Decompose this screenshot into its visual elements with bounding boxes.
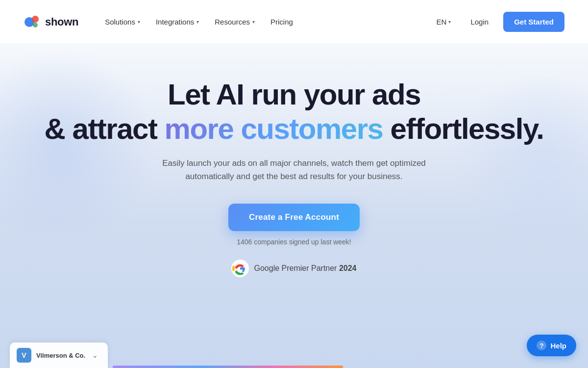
nav-integrations[interactable]: Integrations ▾ xyxy=(149,14,206,30)
help-label: Help xyxy=(550,342,566,350)
help-button[interactable]: ? Help xyxy=(527,335,576,356)
company-name: Vilmerson & Co. xyxy=(36,352,85,359)
nav-pricing-label: Pricing xyxy=(270,18,293,26)
avatar: V xyxy=(17,348,31,363)
chevron-down-icon: ▾ xyxy=(138,19,140,25)
login-button[interactable]: Login xyxy=(464,14,495,30)
company-card[interactable]: V Vilmerson & Co. ⌄ xyxy=(10,342,108,368)
logo[interactable]: shown xyxy=(24,13,78,31)
nav-resources[interactable]: Resources ▾ xyxy=(208,14,262,30)
help-icon: ? xyxy=(537,341,546,350)
login-label: Login xyxy=(470,18,489,26)
nav-pricing[interactable]: Pricing xyxy=(264,14,300,30)
nav-solutions[interactable]: Solutions ▾ xyxy=(98,14,147,30)
progress-bar xyxy=(113,366,343,368)
svg-point-2 xyxy=(33,23,38,27)
hero-title-line2-prefix: & attract xyxy=(45,112,165,145)
navbar: shown Solutions ▾ Integrations ▾ Resourc… xyxy=(0,0,588,44)
signup-note: 1406 companies signed up last week! xyxy=(237,238,351,246)
google-partner-text: Google Premier Partner 2024 xyxy=(254,264,356,273)
chevron-down-icon: ⌄ xyxy=(92,351,98,359)
bottom-bar: V Vilmerson & Co. ⌄ xyxy=(0,339,588,368)
language-label: EN xyxy=(437,18,447,26)
hero-title-line1: Let AI run your ads xyxy=(168,79,420,111)
hero-section: Let AI run your ads & attract more custo… xyxy=(0,44,588,277)
get-started-button[interactable]: Get Started xyxy=(503,12,564,32)
nav-links: Solutions ▾ Integrations ▾ Resources ▾ P… xyxy=(98,14,431,30)
language-selector[interactable]: EN ▾ xyxy=(432,14,456,30)
nav-right: EN ▾ Login Get Started xyxy=(432,12,564,32)
chevron-down-icon: ▾ xyxy=(196,19,199,25)
chevron-down-icon: ▾ xyxy=(448,19,451,25)
svg-point-1 xyxy=(32,16,39,23)
hero-subtitle: Easily launch your ads on all major chan… xyxy=(147,157,441,183)
chevron-down-icon: ▾ xyxy=(252,19,255,25)
hero-title-highlight: more customers xyxy=(165,112,383,145)
nav-integrations-label: Integrations xyxy=(156,18,194,26)
hero-title-line2: & attract more customers effortlessly. xyxy=(45,112,544,146)
nav-solutions-label: Solutions xyxy=(105,18,135,26)
hero-title-line2-suffix: effortlessly. xyxy=(383,112,543,145)
cta-button[interactable]: Create a Free Account xyxy=(228,204,360,231)
brand-name: shown xyxy=(45,16,78,28)
google-logo-icon xyxy=(231,260,249,277)
google-partner-badge: Google Premier Partner 2024 xyxy=(231,260,356,277)
logo-icon xyxy=(24,13,41,31)
nav-resources-label: Resources xyxy=(215,18,250,26)
